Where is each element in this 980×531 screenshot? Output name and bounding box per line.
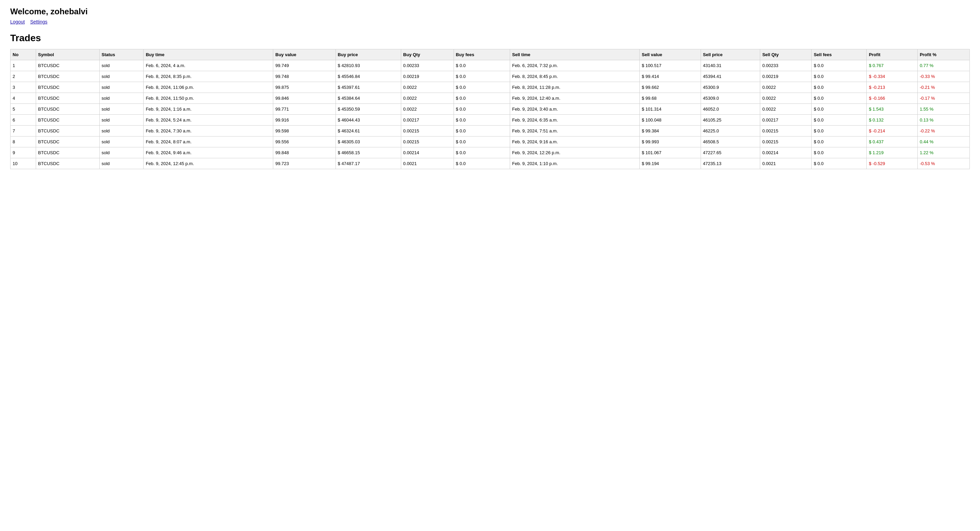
cell-no: 9	[11, 147, 36, 158]
col-profit-pct: Profit %	[917, 49, 969, 60]
cell-sell-value: $ 100.517	[640, 60, 701, 71]
cell-buy-value: 99.848	[273, 147, 336, 158]
cell-profit-pct: -0.33 %	[917, 71, 969, 82]
cell-buy-time: Feb. 6, 2024, 4 a.m.	[143, 60, 273, 71]
col-buy-value: Buy value	[273, 49, 336, 60]
cell-buy-value: 99.875	[273, 82, 336, 93]
cell-profit: $ 0.437	[867, 137, 918, 147]
cell-status: sold	[99, 126, 143, 137]
cell-profit: $ -0.213	[867, 82, 918, 93]
cell-buy-fees: $ 0.0	[453, 71, 510, 82]
cell-sell-time: Feb. 9, 2024, 12:26 p.m.	[510, 147, 640, 158]
cell-no: 4	[11, 93, 36, 104]
cell-buy-time: Feb. 8, 2024, 11:50 p.m.	[143, 93, 273, 104]
cell-status: sold	[99, 137, 143, 147]
cell-status: sold	[99, 60, 143, 71]
cell-sell-time: Feb. 6, 2024, 7:32 p.m.	[510, 60, 640, 71]
cell-profit: $ -0.529	[867, 158, 918, 169]
table-row: 2BTCUSDCsoldFeb. 8, 2024, 8:35 p.m.99.74…	[11, 71, 970, 82]
col-sell-value: Sell value	[640, 49, 701, 60]
cell-sell-fees: $ 0.0	[811, 93, 867, 104]
cell-sell-time: Feb. 8, 2024, 8:45 p.m.	[510, 71, 640, 82]
cell-sell-qty: 0.0022	[760, 82, 811, 93]
cell-buy-time: Feb. 9, 2024, 5:24 a.m.	[143, 115, 273, 126]
col-symbol: Symbol	[36, 49, 99, 60]
cell-sell-price: 45309.0	[701, 93, 760, 104]
cell-buy-time: Feb. 8, 2024, 11:06 p.m.	[143, 82, 273, 93]
cell-sell-fees: $ 0.0	[811, 158, 867, 169]
table-row: 3BTCUSDCsoldFeb. 8, 2024, 11:06 p.m.99.8…	[11, 82, 970, 93]
cell-status: sold	[99, 82, 143, 93]
cell-sell-qty: 0.0021	[760, 158, 811, 169]
cell-buy-qty: 0.00219	[401, 71, 453, 82]
cell-buy-fees: $ 0.0	[453, 93, 510, 104]
cell-profit-pct: 0.77 %	[917, 60, 969, 71]
cell-status: sold	[99, 147, 143, 158]
cell-sell-qty: 0.00215	[760, 126, 811, 137]
cell-symbol: BTCUSDC	[36, 137, 99, 147]
cell-buy-fees: $ 0.0	[453, 104, 510, 115]
cell-sell-value: $ 99.414	[640, 71, 701, 82]
logout-link[interactable]: Logout	[10, 19, 25, 24]
cell-sell-price: 46052.0	[701, 104, 760, 115]
cell-sell-fees: $ 0.0	[811, 126, 867, 137]
table-row: 10BTCUSDCsoldFeb. 9, 2024, 12:45 p.m.99.…	[11, 158, 970, 169]
cell-buy-qty: 0.0022	[401, 93, 453, 104]
cell-status: sold	[99, 158, 143, 169]
settings-link[interactable]: Settings	[30, 19, 48, 24]
cell-no: 5	[11, 104, 36, 115]
cell-no: 7	[11, 126, 36, 137]
cell-sell-qty: 0.00217	[760, 115, 811, 126]
cell-sell-time: Feb. 9, 2024, 7:51 a.m.	[510, 126, 640, 137]
cell-profit: $ -0.166	[867, 93, 918, 104]
col-profit: Profit	[867, 49, 918, 60]
cell-status: sold	[99, 104, 143, 115]
col-buy-time: Buy time	[143, 49, 273, 60]
cell-no: 3	[11, 82, 36, 93]
cell-no: 6	[11, 115, 36, 126]
cell-sell-value: $ 99.993	[640, 137, 701, 147]
cell-buy-time: Feb. 8, 2024, 8:35 p.m.	[143, 71, 273, 82]
col-buy-qty: Buy Qty	[401, 49, 453, 60]
cell-sell-value: $ 99.662	[640, 82, 701, 93]
cell-buy-fees: $ 0.0	[453, 158, 510, 169]
col-sell-qty: Sell Qty	[760, 49, 811, 60]
cell-buy-price: $ 45350.59	[336, 104, 401, 115]
cell-buy-value: 99.749	[273, 60, 336, 71]
cell-buy-value: 99.846	[273, 93, 336, 104]
col-no: No	[11, 49, 36, 60]
cell-symbol: BTCUSDC	[36, 126, 99, 137]
cell-sell-qty: 0.00233	[760, 60, 811, 71]
cell-symbol: BTCUSDC	[36, 147, 99, 158]
cell-buy-qty: 0.00233	[401, 60, 453, 71]
cell-profit-pct: 0.44 %	[917, 137, 969, 147]
col-buy-fees: Buy fees	[453, 49, 510, 60]
cell-sell-price: 46225.0	[701, 126, 760, 137]
cell-status: sold	[99, 93, 143, 104]
welcome-heading: Welcome, zohebalvi	[10, 7, 970, 16]
table-row: 4BTCUSDCsoldFeb. 8, 2024, 11:50 p.m.99.8…	[11, 93, 970, 104]
table-row: 1BTCUSDCsoldFeb. 6, 2024, 4 a.m.99.749$ …	[11, 60, 970, 71]
cell-profit: $ -0.334	[867, 71, 918, 82]
cell-symbol: BTCUSDC	[36, 82, 99, 93]
cell-sell-value: $ 99.68	[640, 93, 701, 104]
cell-sell-value: $ 101.067	[640, 147, 701, 158]
cell-sell-time: Feb. 9, 2024, 3:40 a.m.	[510, 104, 640, 115]
cell-buy-qty: 0.0022	[401, 104, 453, 115]
table-row: 5BTCUSDCsoldFeb. 9, 2024, 1:16 a.m.99.77…	[11, 104, 970, 115]
cell-sell-price: 46508.5	[701, 137, 760, 147]
cell-buy-price: $ 46305.03	[336, 137, 401, 147]
cell-sell-time: Feb. 9, 2024, 12:40 a.m.	[510, 93, 640, 104]
cell-sell-qty: 0.0022	[760, 104, 811, 115]
cell-sell-value: $ 99.384	[640, 126, 701, 137]
cell-buy-time: Feb. 9, 2024, 7:30 a.m.	[143, 126, 273, 137]
cell-buy-qty: 0.00217	[401, 115, 453, 126]
cell-buy-qty: 0.00215	[401, 126, 453, 137]
nav-links: Logout Settings	[10, 19, 970, 24]
cell-profit-pct: 1.22 %	[917, 147, 969, 158]
cell-sell-fees: $ 0.0	[811, 82, 867, 93]
cell-buy-fees: $ 0.0	[453, 60, 510, 71]
table-row: 6BTCUSDCsoldFeb. 9, 2024, 5:24 a.m.99.91…	[11, 115, 970, 126]
cell-buy-value: 99.556	[273, 137, 336, 147]
cell-sell-price: 45300.9	[701, 82, 760, 93]
